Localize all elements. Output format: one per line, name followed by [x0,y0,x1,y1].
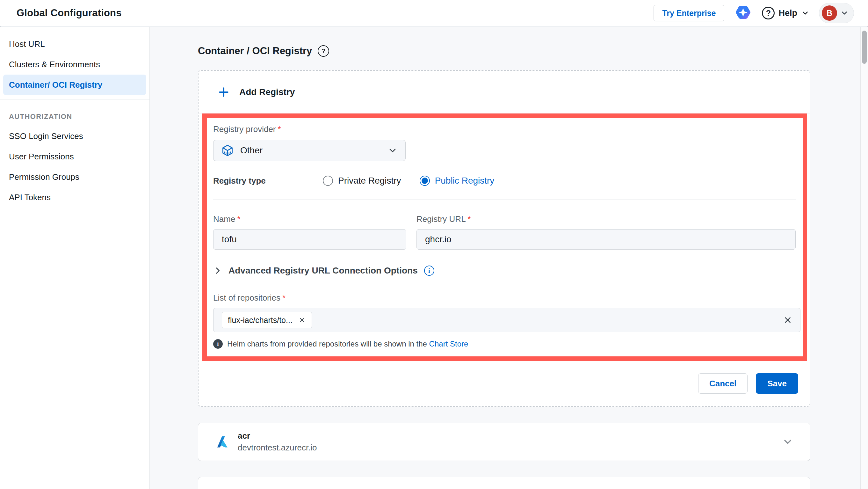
azure-icon [214,434,229,450]
name-label: Name* [213,214,406,224]
radio-checked-icon [420,176,430,186]
page-title-row: Container / OCI Registry ? [198,45,851,57]
sidebar-section-authorization: AUTHORIZATION [0,104,150,126]
name-input[interactable] [213,229,406,250]
chart-store-link[interactable]: Chart Store [429,339,468,348]
private-registry-radio[interactable]: Private Registry [323,176,401,186]
registry-panel: Add Registry Registry provider* Other [198,70,810,407]
sidebar-item-host-url[interactable]: Host URL [3,34,146,54]
registry-card-text: acr devtrontest.azurecr.io [238,431,317,453]
advanced-options-label: Advanced Registry URL Connection Options [228,266,418,276]
avatar: B [822,5,837,21]
registry-type-label: Registry type [213,176,323,186]
required-asterisk: * [278,124,281,134]
registry-url-label: Registry URL* [416,214,796,224]
repositories-hint: i Helm charts from provided repositories… [213,339,796,349]
sidebar-item-container-oci-registry[interactable]: Container/ OCI Registry [3,74,146,95]
scrollbar-thumb[interactable] [862,31,867,64]
name-url-labels: Name* Registry URL* [213,214,796,224]
help-menu[interactable]: ? Help [762,7,809,20]
sidebar-item-user-permissions[interactable]: User Permissions [3,146,146,167]
sidebar-item-api-tokens[interactable]: API Tokens [3,187,146,208]
app-window: Global Configurations Try Enterprise ? H… [0,0,868,489]
close-icon [298,316,306,324]
registry-card-acr[interactable]: acr devtrontest.azurecr.io [198,423,810,461]
required-asterisk: * [468,214,471,224]
registry-card-text: admin [238,486,262,489]
main-content: Container / OCI Registry ? Add Registry … [150,27,860,489]
container-cube-icon [221,144,234,157]
clear-repositories-button[interactable] [783,315,793,325]
help-label: Help [778,8,797,18]
top-header: Global Configurations Try Enterprise ? H… [0,0,868,27]
repository-chip: flux-iac/charts/to... [222,312,312,328]
registry-url-input[interactable] [416,229,796,250]
page-title: Container / OCI Registry [198,45,312,57]
chevron-down-icon[interactable] [782,436,794,448]
form-footer: Cancel Save [198,361,810,406]
registry-type-row: Registry type Private Registry Public Re… [213,176,796,186]
try-enterprise-button[interactable]: Try Enterprise [654,5,724,21]
remove-chip-button[interactable] [298,316,306,324]
repository-chip-label: flux-iac/charts/to... [228,315,292,325]
advanced-options-toggle[interactable]: Advanced Registry URL Connection Options… [213,266,796,276]
name-url-inputs [213,224,796,250]
registry-form-highlighted: Registry provider* Other Registry type [202,114,807,361]
chevron-down-icon [801,9,809,17]
add-registry-button[interactable]: Add Registry [198,71,810,114]
registry-provider-value: Other [240,145,262,156]
sidebar: Host URL Clusters & Environments Contain… [0,27,150,489]
public-registry-label: Public Registry [435,176,495,186]
repositories-label: List of repositories* [213,293,796,303]
add-registry-label: Add Registry [239,87,295,97]
required-asterisk: * [282,293,285,303]
chevron-down-icon [388,145,398,156]
registry-card-admin[interactable]: admin [198,477,810,489]
hint-text: Helm charts from provided repositories w… [227,339,468,348]
info-icon[interactable]: i [424,266,434,276]
registry-provider-dropdown[interactable]: Other [213,140,406,161]
help-icon: ? [762,7,775,20]
sidebar-item-permission-groups[interactable]: Permission Groups [3,167,146,187]
required-asterisk: * [237,214,240,224]
sidebar-divider [0,99,150,100]
chevron-down-icon [840,9,848,17]
repositories-input[interactable]: flux-iac/charts/to... [213,308,801,332]
page-help-icon[interactable]: ? [318,45,329,57]
close-icon [783,315,793,325]
header-actions: Try Enterprise ? Help B [654,3,854,23]
save-button[interactable]: Save [756,373,798,394]
form-divider [213,199,796,200]
page-header-title: Global Configurations [17,7,122,19]
registry-url: devtrontest.azurecr.io [238,443,317,453]
sparkle-gem-icon[interactable] [734,4,752,22]
sidebar-item-clusters-environments[interactable]: Clusters & Environments [3,54,146,74]
info-filled-icon: i [213,339,223,349]
public-registry-radio[interactable]: Public Registry [420,176,495,186]
plus-icon [218,86,230,98]
cancel-button[interactable]: Cancel [698,373,748,394]
private-registry-label: Private Registry [338,176,401,186]
registry-form: Registry provider* Other Registry type [207,118,803,357]
registry-name: acr [238,431,317,441]
sidebar-item-sso-login-services[interactable]: SSO Login Services [3,126,146,146]
registry-provider-label: Registry provider* [213,124,796,134]
radio-unchecked-icon [323,176,333,186]
user-menu[interactable]: B [819,3,854,23]
chevron-right-icon [213,266,222,275]
scrollbar-track[interactable] [860,27,868,489]
